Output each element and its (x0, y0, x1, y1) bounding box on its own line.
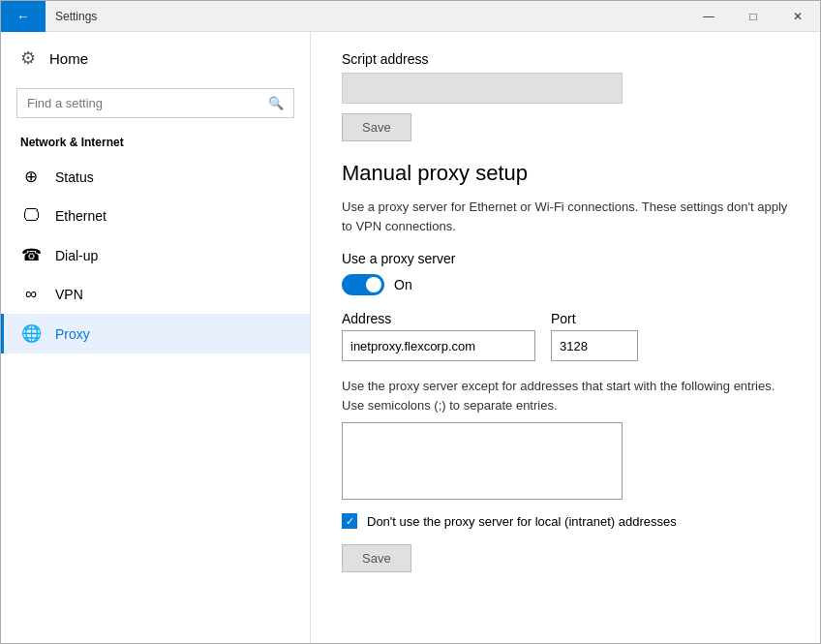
content-area: Script address Save Manual proxy setup U… (311, 32, 820, 643)
checkbox-label: Don't use the proxy server for local (in… (367, 514, 677, 529)
port-label: Port (551, 311, 638, 326)
address-label: Address (342, 311, 535, 326)
save-bottom-button[interactable]: Save (342, 544, 411, 572)
manual-proxy-description: Use a proxy server for Ethernet or Wi-Fi… (342, 198, 789, 235)
exceptions-description: Use the proxy server except for addresse… (342, 377, 789, 414)
sidebar-item-label-ethernet: Ethernet (55, 208, 106, 224)
exceptions-textarea[interactable] (342, 422, 623, 500)
manual-proxy-block: Manual proxy setup Use a proxy server fo… (342, 161, 789, 572)
main-layout: ⚙ Home 🔍 Network & Internet ⊕ Status 🖵 E… (1, 32, 820, 643)
save-script-button[interactable]: Save (342, 113, 411, 141)
proxy-toggle[interactable] (342, 274, 384, 295)
vpn-icon: ∞ (20, 285, 42, 304)
dialup-icon: ☎ (20, 245, 42, 265)
toggle-row: On (342, 274, 789, 295)
script-address-block: Script address Save (342, 51, 789, 141)
home-icon: ⚙ (20, 47, 36, 69)
sidebar-item-ethernet[interactable]: 🖵 Ethernet (1, 197, 310, 235)
address-group: Address (342, 311, 535, 361)
sidebar-item-dialup[interactable]: ☎ Dial-up (1, 235, 310, 275)
toggle-state-label: On (394, 277, 412, 292)
sidebar-item-label-proxy: Proxy (55, 326, 90, 342)
proxy-globe-icon: 🌐 (20, 323, 42, 344)
search-box: 🔍 (16, 88, 294, 118)
port-input[interactable] (551, 330, 638, 361)
minimize-icon: — (703, 10, 715, 23)
close-icon: ✕ (793, 10, 803, 23)
sidebar-item-proxy[interactable]: 🌐 Proxy (1, 314, 310, 353)
script-address-label: Script address (342, 51, 789, 67)
sidebar-item-label-status: Status (55, 169, 94, 185)
intranet-checkbox[interactable]: ✓ (342, 513, 357, 529)
minimize-button[interactable]: — (686, 1, 731, 32)
sidebar-item-vpn[interactable]: ∞ VPN (1, 275, 310, 314)
close-button[interactable]: ✕ (775, 1, 820, 32)
sidebar-item-status[interactable]: ⊕ Status (1, 157, 310, 197)
title-bar: ← Settings — □ ✕ (1, 1, 820, 32)
use-proxy-label: Use a proxy server (342, 251, 789, 266)
sidebar: ⚙ Home 🔍 Network & Internet ⊕ Status 🖵 E… (1, 32, 311, 643)
settings-window: ← Settings — □ ✕ ⚙ Home 🔍 N (0, 0, 821, 644)
sidebar-item-home[interactable]: ⚙ Home (1, 32, 310, 84)
ethernet-icon: 🖵 (20, 206, 42, 226)
status-icon: ⊕ (20, 167, 42, 187)
search-icon: 🔍 (258, 96, 293, 110)
address-port-row: Address Port (342, 311, 789, 361)
window-controls: — □ ✕ (686, 1, 820, 32)
toggle-knob (366, 277, 381, 292)
nav-section-label: Network & Internet (1, 130, 310, 157)
sidebar-item-label-dialup: Dial-up (55, 248, 98, 263)
port-group: Port (551, 311, 638, 361)
manual-proxy-title: Manual proxy setup (342, 161, 789, 186)
sidebar-item-label-vpn: VPN (55, 287, 83, 302)
address-input[interactable] (342, 330, 535, 361)
maximize-icon: □ (749, 10, 756, 23)
back-button[interactable]: ← (1, 1, 46, 32)
back-icon: ← (16, 9, 30, 24)
checkmark-icon: ✓ (346, 516, 354, 527)
search-input[interactable] (17, 89, 258, 117)
home-label: Home (49, 50, 88, 67)
maximize-button[interactable]: □ (731, 1, 775, 32)
window-title: Settings (46, 10, 686, 23)
script-address-input[interactable] (342, 73, 623, 104)
checkbox-row: ✓ Don't use the proxy server for local (… (342, 513, 789, 529)
